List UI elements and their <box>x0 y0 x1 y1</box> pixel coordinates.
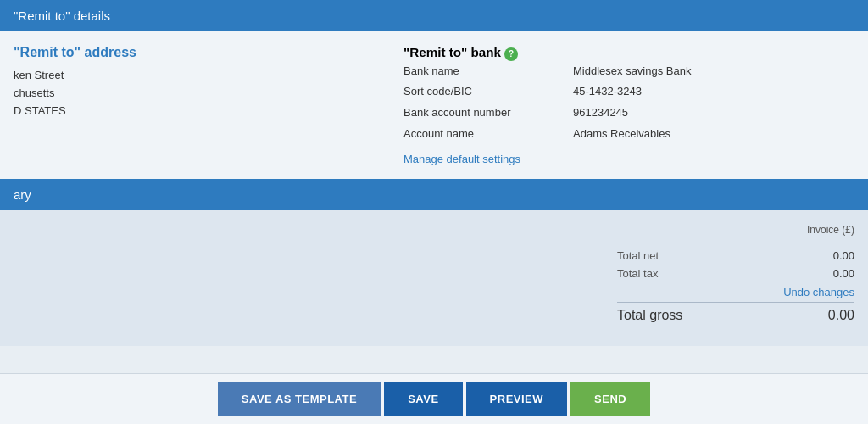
total-tax-value: 0.00 <box>787 267 854 280</box>
send-button[interactable]: SEND <box>570 382 650 416</box>
total-tax-label: Total tax <box>617 267 658 280</box>
account-number-value: 961234245 <box>573 103 854 124</box>
summary-header: ary <box>0 179 868 210</box>
save-as-template-button[interactable]: SAVE AS TEMPLATE <box>218 382 381 416</box>
remit-address: "Remit to" address ken Street chusetts D… <box>14 45 403 165</box>
remit-address-title: "Remit to" address <box>14 45 387 60</box>
total-tax-row: Total tax 0.00 <box>617 265 854 282</box>
invoice-label: Invoice (£) <box>617 224 854 236</box>
total-gross-label: Total gross <box>617 308 682 323</box>
account-number-label: Bank account number <box>403 103 573 124</box>
total-net-value: 0.00 <box>787 249 854 262</box>
total-gross-row: Total gross 0.00 <box>617 302 854 328</box>
undo-changes-link[interactable]: Undo changes <box>617 286 854 298</box>
preview-button[interactable]: PREVIEW <box>466 382 567 416</box>
sort-code-label: Sort code/BIC <box>403 81 573 103</box>
divider-top <box>617 243 854 243</box>
remit-details-title: "Remit to" details <box>14 8 110 23</box>
remit-address-line2: chusetts <box>14 85 387 103</box>
remit-section: "Remit to" address ken Street chusetts D… <box>0 31 868 179</box>
bank-name-value: Middlesex savings Bank <box>573 61 854 82</box>
remit-bank: "Remit to" bank ? Bank name Sort code/BI… <box>403 45 854 165</box>
total-net-label: Total net <box>617 249 659 262</box>
account-name-value: Adams Receivables <box>573 124 854 145</box>
remit-address-line1: ken Street <box>14 67 387 85</box>
summary-title: ary <box>14 187 31 202</box>
total-net-row: Total net 0.00 <box>617 247 854 265</box>
bank-values: Middlesex savings Bank 45-1432-3243 9612… <box>573 61 854 145</box>
bank-name-label: Bank name <box>403 61 573 82</box>
save-button[interactable]: SAVE <box>384 382 462 416</box>
bank-details: Bank name Sort code/BIC Bank account num… <box>403 61 854 145</box>
summary-table: Invoice (£) Total net 0.00 Total tax 0.0… <box>617 224 854 332</box>
bank-labels: Bank name Sort code/BIC Bank account num… <box>403 61 573 145</box>
sort-code-value: 45-1432-3243 <box>573 81 854 103</box>
total-gross-value: 0.00 <box>828 308 854 323</box>
bank-info-icon[interactable]: ? <box>504 47 518 61</box>
account-name-label: Account name <box>403 124 573 145</box>
summary-content: Invoice (£) Total net 0.00 Total tax 0.0… <box>0 210 868 346</box>
remit-details-header: "Remit to" details <box>0 0 868 31</box>
footer-buttons: SAVE AS TEMPLATE SAVE PREVIEW SEND <box>0 373 868 424</box>
remit-address-line3: D STATES <box>14 103 387 120</box>
remit-bank-title: "Remit to" bank ? <box>403 45 854 61</box>
manage-default-settings-link[interactable]: Manage default settings <box>403 153 854 165</box>
